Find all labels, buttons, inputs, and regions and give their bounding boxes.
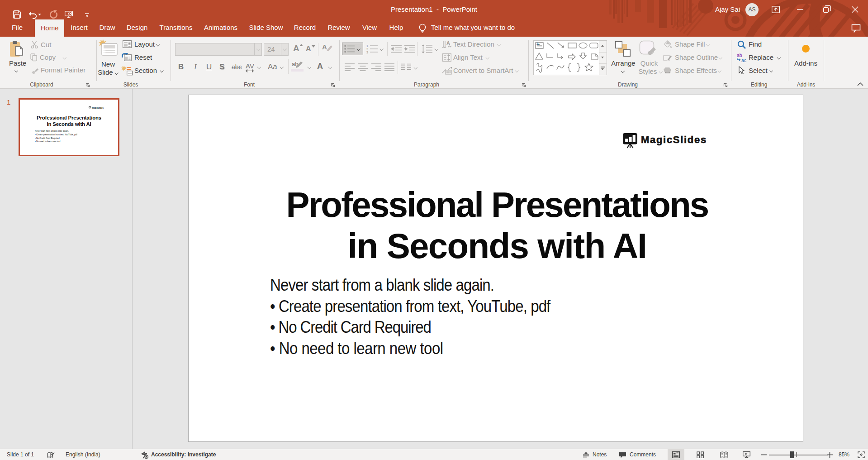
svg-text:A: A	[536, 42, 539, 45]
svg-text:3: 3	[366, 50, 368, 54]
svg-text:A: A	[446, 40, 450, 46]
svg-text:ac: ac	[741, 58, 746, 62]
